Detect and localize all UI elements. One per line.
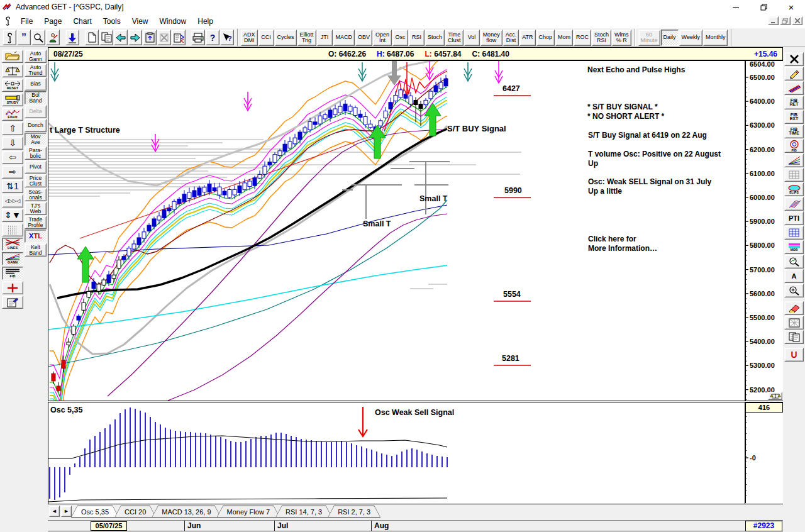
indicator-stoch-rsi[interactable]: Stoch RSI [592, 30, 611, 46]
grid-tool-icon[interactable] [784, 168, 804, 182]
indicator-vol[interactable]: Vol [464, 30, 480, 46]
indicator-elliott-trig[interactable]: Elliott Trig [297, 30, 316, 46]
indicator-acc-dist[interactable]: Acc. Dist [503, 30, 519, 46]
zoom-chart-icon[interactable] [784, 255, 804, 269]
hatch-lines-icon[interactable] [784, 197, 804, 211]
indicator-stoch[interactable]: Stoch [425, 30, 445, 46]
page-back-icon[interactable] [114, 30, 128, 45]
indicator-open-int[interactable]: Open Int [373, 30, 392, 46]
price-chart-panel[interactable]: t Large T StructureS/T BUY SignalSmall T… [48, 60, 783, 401]
help-icon[interactable]: ? [206, 30, 219, 45]
study-trade-profile[interactable]: Trade Profile [25, 216, 47, 229]
parallel-lines-icon[interactable] [784, 81, 804, 95]
restore-button[interactable] [750, 0, 777, 14]
pencil-icon[interactable] [784, 67, 804, 80]
study-price-clust[interactable]: Price Clust [25, 174, 47, 187]
menu-view[interactable]: View [126, 16, 154, 27]
lines-icon[interactable]: LINES [2, 238, 23, 251]
mdi-close-button[interactable] [792, 16, 802, 25]
magnet-button[interactable]: U [784, 348, 804, 362]
indicator-chop[interactable]: Chop [536, 30, 555, 46]
arrow-up-icon[interactable]: ⇧ [2, 122, 23, 135]
grid-icon[interactable] [2, 223, 23, 236]
indicator-rsi[interactable]: RSI [409, 30, 425, 46]
fib-extension-button[interactable]: FIB EXT [784, 110, 804, 124]
period-daily[interactable]: Daily [661, 30, 679, 46]
period-weekly[interactable]: Weekly [679, 30, 702, 46]
study-auto-gann[interactable]: Auto Gann [25, 50, 47, 63]
bar-spacing-icon[interactable]: ⇅1 [2, 180, 23, 193]
eraser-icon[interactable] [784, 301, 804, 315]
indicator-roc[interactable]: ROC [574, 30, 591, 46]
context-help-icon[interactable]: ? [220, 30, 234, 45]
close-drawing-icon[interactable] [784, 52, 804, 66]
mob-icon[interactable]: MOB [784, 240, 804, 254]
bar-width-icon[interactable]: ◁▷▷◁ [2, 194, 23, 208]
pti-button[interactable]: PTI [784, 211, 804, 225]
study-icon[interactable]: STUDY [2, 93, 23, 106]
zoom-tool-icon[interactable] [31, 30, 45, 45]
study-bol-band[interactable]: Bol Band [25, 91, 47, 104]
indicator-cycles[interactable]: Cycles [275, 30, 297, 46]
print-icon[interactable] [191, 30, 205, 45]
notes-icon[interactable] [2, 296, 23, 309]
indicator-mom[interactable]: Mom [555, 30, 573, 46]
fib-time-button[interactable]: FIB TIME [784, 125, 804, 138]
tab-osc-5-35[interactable]: Osc 5,35 [71, 506, 119, 518]
study-kelt-band[interactable]: Kelt Band [25, 243, 47, 257]
elliott-icon[interactable]: Elliott [2, 108, 23, 121]
mdi-minimize-button[interactable] [768, 16, 779, 25]
oscillator-chart[interactable]: Osc 5,35Osc Weak Sell Signal [48, 402, 745, 504]
indicator-osc[interactable]: Osc [392, 30, 408, 46]
tab-scroll-left-button[interactable]: ◀ [49, 506, 60, 517]
indicator-obv[interactable]: OBV [355, 30, 372, 46]
copy-page-icon[interactable] [99, 30, 113, 45]
indicator-macd[interactable]: MACD [333, 30, 355, 46]
delete-disabled-icon[interactable] [157, 30, 171, 45]
menu-chart[interactable]: Chart [67, 16, 97, 27]
mdi-restore-button[interactable] [780, 16, 791, 25]
arrow-right-icon[interactable]: ⇨ [2, 165, 23, 179]
tab-money-flow-7[interactable]: Money Flow 7 [217, 506, 280, 518]
scales-icon[interactable] [2, 64, 23, 77]
study-tj-s-web[interactable]: TJ's Web [25, 202, 47, 215]
tab-rsi-2-7-3[interactable]: RSI 2, 7, 3 [328, 506, 380, 518]
oscillator-panel[interactable]: Osc 5,35Osc Weak Sell Signal 416 -0 [48, 402, 783, 504]
menu-file[interactable]: File [15, 16, 38, 27]
clipboard-swap-icon[interactable] [172, 30, 186, 45]
scale-settings-button[interactable] [768, 392, 782, 400]
blue-grid-icon[interactable] [784, 226, 804, 240]
period-60-minute[interactable]: 60 Minute [638, 30, 660, 46]
tab-scroll-right-button[interactable]: ▶ [61, 506, 72, 517]
copy-pages-icon[interactable] [784, 330, 804, 344]
ellipse-icon[interactable]: ELIPS [784, 182, 804, 196]
arrow-left-icon[interactable]: ⇦ [2, 151, 23, 164]
tab-macd-13-26-9[interactable]: MACD 13, 26, 9 [152, 506, 221, 518]
tab-cci-20[interactable]: CCI 20 [114, 506, 156, 518]
indicator-adx-dmi[interactable]: ADX DMI [241, 30, 258, 46]
menu-window[interactable]: Window [154, 16, 192, 27]
tab-rsi-14-7-3[interactable]: RSI 14, 7, 3 [275, 506, 332, 518]
menu-help[interactable]: Help [192, 16, 219, 27]
indicator-atr[interactable]: ATR [519, 30, 535, 46]
study-delta[interactable]: Delta [25, 105, 47, 118]
text-tool-button[interactable]: A [784, 269, 804, 283]
arrow-down-icon[interactable]: ⇩ [2, 136, 23, 150]
indicator-time-clust[interactable]: Time Clust [445, 30, 464, 46]
more-info-link[interactable]: More Information… [588, 244, 657, 253]
page-forward-icon[interactable] [128, 30, 142, 45]
study-para-bolic[interactable]: Para- bolic [25, 147, 47, 160]
study-mov-ave[interactable]: Mov Ave [25, 133, 47, 146]
gann-icon[interactable]: GANN [2, 252, 23, 265]
crosshair-icon[interactable] [2, 281, 23, 294]
close-button[interactable]: × [777, 0, 805, 14]
quote-icon[interactable]: ” [17, 30, 31, 45]
drag-tool-icon[interactable] [3, 30, 16, 45]
sort-icon[interactable]: ⇕▼ [2, 209, 23, 222]
period-monthly[interactable]: Monthly [703, 30, 728, 46]
download-data-icon[interactable] [65, 30, 79, 45]
study-pivot[interactable]: Pivot [25, 160, 47, 174]
open-chart-icon[interactable] [2, 50, 23, 63]
price-chart[interactable]: t Large T StructureS/T BUY SignalSmall T… [48, 61, 745, 401]
title-bar[interactable]: Advanced GET - [^GSPC, Daily] × [0, 0, 805, 14]
